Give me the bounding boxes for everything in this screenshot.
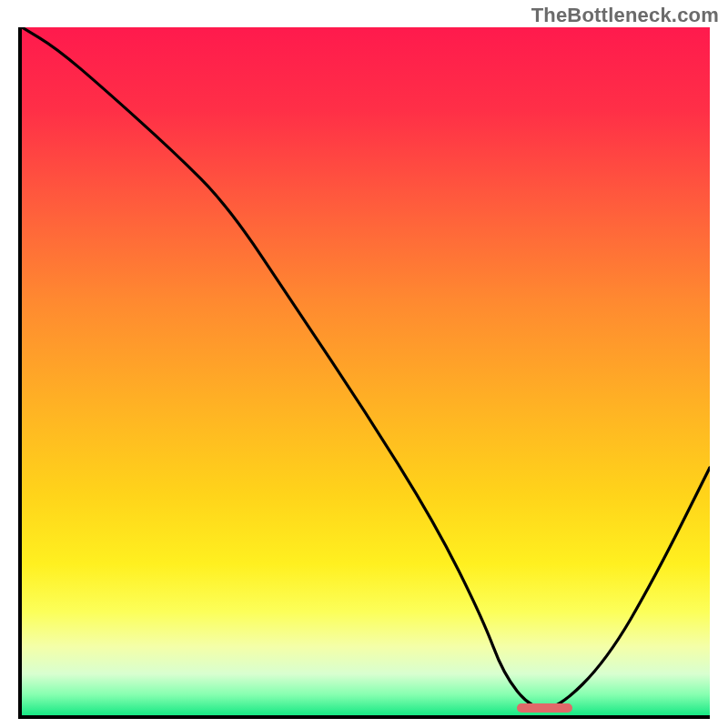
- bottleneck-curve: [22, 27, 710, 715]
- optimal-range-marker: [517, 703, 571, 713]
- plot-frame: [18, 27, 710, 719]
- attribution-text: TheBottleneck.com: [531, 4, 719, 27]
